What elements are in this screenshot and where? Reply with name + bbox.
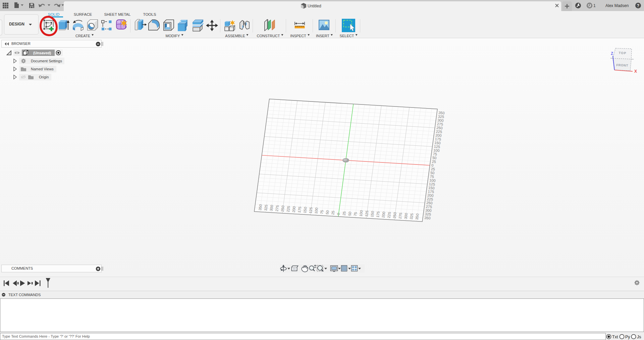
- svg-text:100: 100: [314, 207, 319, 214]
- svg-text:275: 275: [398, 212, 402, 219]
- svg-text:Document Settings: Document Settings: [31, 59, 62, 63]
- svg-text:Named Views: Named Views: [31, 67, 54, 71]
- svg-text:Js: Js: [637, 335, 641, 339]
- svg-text:Py: Py: [625, 335, 630, 339]
- svg-text:200: 200: [381, 211, 386, 218]
- svg-text:?: ?: [637, 3, 639, 8]
- svg-text:300: 300: [404, 213, 408, 219]
- svg-text:350: 350: [415, 213, 419, 220]
- svg-text:(Unsaved): (Unsaved): [33, 51, 51, 55]
- svg-text:225: 225: [286, 206, 290, 212]
- svg-text:75: 75: [353, 212, 358, 216]
- svg-text:75: 75: [319, 210, 324, 214]
- svg-text:325: 325: [409, 213, 414, 220]
- svg-text:TOP: TOP: [619, 51, 626, 55]
- svg-text:350: 350: [424, 216, 431, 220]
- svg-text:300: 300: [269, 205, 274, 211]
- svg-text:350: 350: [258, 204, 263, 211]
- svg-text:Txt: Txt: [612, 335, 618, 339]
- svg-text:250: 250: [392, 212, 397, 219]
- svg-text:225: 225: [387, 212, 391, 218]
- svg-text:125: 125: [364, 210, 369, 217]
- svg-text:250: 250: [280, 205, 285, 212]
- svg-text:100: 100: [359, 210, 363, 217]
- svg-text:325: 325: [263, 204, 268, 211]
- svg-text:150: 150: [370, 211, 375, 217]
- svg-text:175: 175: [297, 206, 302, 213]
- svg-text:Origin: Origin: [39, 75, 49, 79]
- svg-text:X: X: [634, 69, 637, 74]
- svg-text:150: 150: [303, 207, 307, 213]
- svg-text:Z: Z: [611, 51, 613, 56]
- svg-text:25: 25: [331, 210, 335, 215]
- svg-text:125: 125: [308, 207, 313, 214]
- svg-text:25: 25: [342, 211, 346, 216]
- svg-text:50: 50: [325, 210, 329, 215]
- svg-text:50: 50: [347, 211, 352, 216]
- svg-text:200: 200: [291, 206, 296, 213]
- svg-text:275: 275: [275, 205, 279, 212]
- svg-text:FRONT: FRONT: [616, 63, 628, 67]
- svg-text:175: 175: [375, 211, 380, 218]
